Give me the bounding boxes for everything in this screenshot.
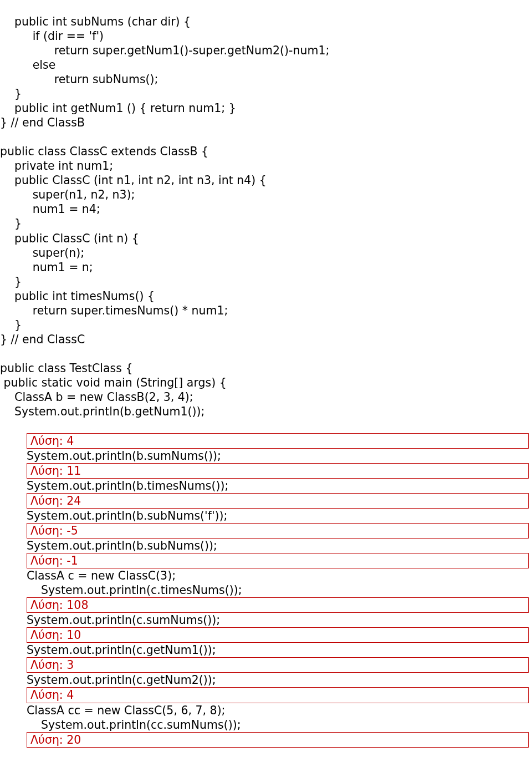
code-line: ClassA c = new ClassC(3); xyxy=(0,568,532,583)
answer-box: Λύση: 3 xyxy=(27,657,529,673)
code-line: System.out.println(b.timesNums()); xyxy=(0,479,532,493)
code-line: ClassA cc = new ClassC(5, 6, 7, 8); xyxy=(0,703,532,718)
answer-box: Λύση: 11 xyxy=(27,463,529,479)
answer-box: Λύση: -5 xyxy=(27,523,529,539)
answer-box: Λύση: 10 xyxy=(27,627,529,643)
code-line: public class TestClass { xyxy=(0,361,532,375)
code-line: return subNums(); xyxy=(0,72,532,87)
code-line: System.out.println(cc.sumNums()); xyxy=(0,718,532,732)
code-block-1: public int subNums (char dir) { if (dir … xyxy=(0,14,532,419)
code-line: super(n); xyxy=(0,246,532,260)
code-line: System.out.println(c.getNum1()); xyxy=(0,643,532,657)
code-line: public int subNums (char dir) { xyxy=(0,14,532,29)
code-line: } xyxy=(0,275,532,289)
code-line: public ClassC (int n) { xyxy=(0,231,532,246)
code-line: else xyxy=(0,58,532,72)
code-line xyxy=(0,347,532,361)
code-line: private int num1; xyxy=(0,159,532,173)
code-line xyxy=(0,130,532,144)
code-line: if (dir == 'f') xyxy=(0,29,532,43)
code-line: } xyxy=(0,216,532,231)
code-line: super(n1, n2, n3); xyxy=(0,187,532,202)
answers-section: Λύση: 4System.out.println(b.sumNums());Λ… xyxy=(0,433,532,748)
code-line xyxy=(0,762,532,776)
answer-box: Λύση: 4 xyxy=(27,433,529,449)
code-line: System.out.println(c.sumNums()); xyxy=(0,613,532,627)
code-line: System.out.println(c.getNum2()); xyxy=(0,673,532,687)
code-line: public ClassC (int n1, int n2, int n3, i… xyxy=(0,173,532,187)
code-line: } // end ClassB xyxy=(0,115,532,130)
answer-box: Λύση: 20 xyxy=(27,732,529,748)
code-line: System.out.println(c.timesNums()); xyxy=(0,583,532,597)
code-line: return super.getNum1()-super.getNum2()-n… xyxy=(0,43,532,58)
answer-box: Λύση: -1 xyxy=(27,553,529,568)
code-line: ClassA b = new ClassB(2, 3, 4); xyxy=(0,390,532,404)
answer-box: Λύση: 4 xyxy=(27,687,529,703)
code-line: public int timesNums() { xyxy=(0,289,532,303)
answer-box: Λύση: 108 xyxy=(27,597,529,613)
code-line: num1 = n; xyxy=(0,260,532,275)
code-line: public static void main (String[] args) … xyxy=(0,375,532,390)
code-line: System.out.println(b.getNum1()); xyxy=(0,404,532,419)
code-block-2: } // end main} // end TestClass xyxy=(0,762,532,777)
code-line: public class ClassC extends ClassB { xyxy=(0,144,532,159)
code-line: } // end ClassC xyxy=(0,332,532,347)
document-page: public int subNums (char dir) { if (dir … xyxy=(0,0,532,777)
code-line: System.out.println(b.sumNums()); xyxy=(0,449,532,463)
code-line: num1 = n4; xyxy=(0,202,532,216)
code-line: public int getNum1 () { return num1; } xyxy=(0,101,532,115)
code-line: System.out.println(b.subNums()); xyxy=(0,539,532,553)
answer-box: Λύση: 24 xyxy=(27,493,529,509)
code-line: return super.timesNums() * num1; xyxy=(0,303,532,318)
code-line: System.out.println(b.subNums('f')); xyxy=(0,509,532,523)
code-line: } xyxy=(0,87,532,101)
code-line: } xyxy=(0,318,532,332)
